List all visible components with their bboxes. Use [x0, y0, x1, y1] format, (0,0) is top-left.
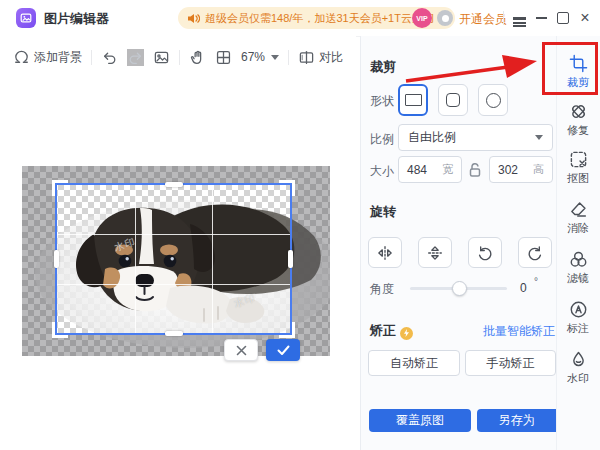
batch-correct-link[interactable]: 批量智能矫正 [460, 323, 555, 340]
add-background-button[interactable]: 添加背景 [13, 49, 82, 66]
crop-dim-overlay [22, 183, 55, 335]
height-value: 302 [498, 163, 518, 177]
upgrade-membership-link[interactable]: 开通会员 [459, 11, 507, 28]
minimize-button[interactable] [532, 10, 550, 26]
section-title-crop: 裁剪 [370, 58, 396, 76]
eraser-icon [569, 200, 588, 219]
width-suffix: 宽 [442, 162, 453, 177]
tool-annotate[interactable]: 标注 [556, 298, 600, 338]
tool-label: 滤镜 [567, 271, 589, 286]
rotate-left-button[interactable] [468, 237, 502, 268]
premium-icon [400, 327, 413, 340]
tool-label: 修复 [567, 123, 589, 138]
insert-image-icon[interactable] [153, 49, 170, 66]
rectangle-icon [405, 94, 422, 106]
angle-value: 0 [520, 281, 527, 295]
tool-watermark[interactable]: 水印 [556, 348, 600, 388]
flip-horizontal-button[interactable] [368, 237, 402, 268]
chevron-down-icon [535, 135, 543, 140]
tool-label: 标注 [567, 321, 589, 336]
shape-rounded-button[interactable] [438, 84, 468, 116]
tool-cutout[interactable]: 抠图 [556, 148, 600, 188]
section-correct-row: 矫正 [370, 321, 413, 340]
ratio-value: 自由比例 [408, 129, 456, 146]
close-icon [236, 345, 247, 356]
image-canvas[interactable]: 水印 水印 [22, 166, 330, 356]
section-title-correct: 矫正 [370, 323, 396, 338]
overwrite-original-button[interactable]: 覆盖原图 [369, 409, 471, 432]
crop-grid-line [57, 284, 290, 285]
compare-icon [298, 49, 315, 66]
shape-label: 形状 [370, 93, 394, 110]
promo-banner-text: 超级会员仅需148/年，加送31天会员+1T云空间 [205, 11, 434, 26]
redo-icon[interactable] [127, 49, 144, 66]
pan-hand-icon[interactable] [189, 49, 206, 66]
vip-badge[interactable]: VIP [412, 8, 432, 28]
tool-label: 水印 [567, 371, 589, 386]
crop-confirm-button[interactable] [266, 339, 300, 361]
circle-icon [486, 93, 501, 108]
speaker-icon [187, 13, 200, 24]
menu-icon[interactable] [510, 10, 528, 26]
shape-circle-button[interactable] [478, 84, 508, 116]
flip-vertical-icon [426, 244, 444, 262]
save-as-label[interactable]: 另存为 [477, 412, 556, 429]
close-button[interactable]: × [576, 10, 594, 26]
tool-repair[interactable]: 修复 [556, 100, 600, 140]
maximize-button[interactable] [554, 10, 572, 26]
angle-label: 角度 [370, 281, 394, 298]
tool-label: 裁剪 [567, 75, 589, 90]
ratio-dropdown[interactable]: 自由比例 [398, 124, 553, 151]
crop-edge-handle[interactable] [288, 250, 293, 268]
crop-selection-box[interactable] [55, 183, 292, 335]
manual-correct-button[interactable]: 手动矫正 [465, 350, 556, 376]
crop-corner-handle[interactable] [279, 322, 295, 338]
cutout-icon [569, 150, 588, 169]
rotate-right-button[interactable] [518, 237, 552, 268]
shape-rectangle-button[interactable] [398, 84, 428, 116]
tool-filter[interactable]: 滤镜 [556, 248, 600, 288]
crop-dim-overlay [292, 183, 330, 335]
canvas-toolbar: 添加背景 67% 对比 [0, 36, 356, 78]
tool-label: 消除 [567, 221, 589, 236]
angle-unit: ° [534, 276, 538, 287]
chevron-down-icon [271, 55, 279, 60]
size-label: 大小 [370, 163, 394, 180]
background-icon [13, 49, 30, 66]
rounded-square-icon [446, 93, 460, 107]
width-value: 484 [407, 163, 427, 177]
compare-label: 对比 [319, 49, 343, 66]
crop-corner-handle[interactable] [52, 180, 68, 196]
title-bar: 图片编辑器 超级会员仅需148/年，加送31天会员+1T云空间 × VIP 开通… [0, 0, 600, 37]
undo-icon[interactable] [101, 49, 118, 66]
rotate-cw-icon [526, 244, 544, 262]
crop-corner-handle[interactable] [52, 322, 68, 338]
angle-slider-handle[interactable] [452, 281, 467, 296]
titlebar-divider [503, 11, 504, 25]
zoom-level-dropdown[interactable]: 67% [241, 50, 279, 64]
crop-edge-handle[interactable] [165, 182, 183, 187]
flip-vertical-button[interactable] [418, 237, 452, 268]
auto-correct-button[interactable]: 自动矫正 [368, 350, 460, 376]
app-window: 图片编辑器 超级会员仅需148/年，加送31天会员+1T云空间 × VIP 开通… [0, 0, 600, 450]
width-field[interactable]: 484 宽 [398, 156, 462, 183]
grid-icon[interactable] [215, 49, 232, 66]
crop-edge-handle[interactable] [165, 331, 183, 336]
height-field[interactable]: 302 高 [489, 156, 553, 183]
compare-button[interactable]: 对比 [298, 49, 343, 66]
tool-crop[interactable]: 裁剪 [556, 52, 600, 92]
bandage-icon [569, 102, 588, 121]
crop-grid-line [135, 185, 136, 333]
crop-icon [569, 54, 588, 73]
annotate-icon [569, 300, 588, 319]
ratio-label: 比例 [370, 131, 394, 148]
flip-horizontal-icon [376, 244, 394, 262]
crop-edge-handle[interactable] [54, 250, 59, 268]
service-badge-icon[interactable] [437, 10, 453, 26]
unlock-icon[interactable] [467, 161, 483, 178]
app-logo-icon [16, 8, 36, 28]
crop-cancel-button[interactable] [224, 339, 258, 361]
tool-erase[interactable]: 消除 [556, 198, 600, 238]
crop-grid-line [57, 234, 290, 235]
crop-corner-handle[interactable] [279, 180, 295, 196]
